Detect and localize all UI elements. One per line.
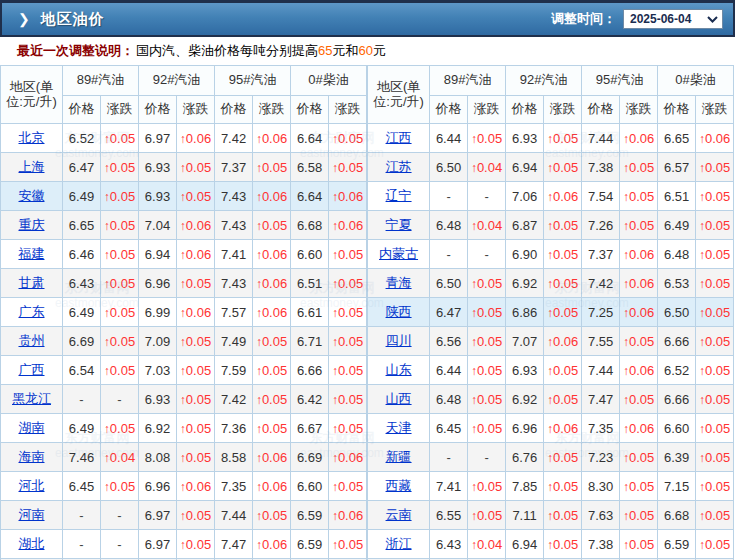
region-link[interactable]: 河北 xyxy=(19,478,45,493)
region-cell[interactable]: 新疆 xyxy=(368,443,430,472)
region-cell[interactable]: 广东 xyxy=(1,298,63,327)
region-link[interactable]: 重庆 xyxy=(19,217,45,232)
change-cell: ↑0.05 xyxy=(177,153,215,182)
change-cell: ↑0.05 xyxy=(468,472,506,501)
region-cell[interactable]: 湖南 xyxy=(1,414,63,443)
region-link[interactable]: 青海 xyxy=(386,275,412,290)
change-cell: ↑0.05 xyxy=(177,182,215,211)
region-link[interactable]: 广东 xyxy=(19,304,45,319)
region-link[interactable]: 山西 xyxy=(386,391,412,406)
region-cell[interactable]: 山东 xyxy=(368,356,430,385)
region-cell[interactable]: 重庆 xyxy=(1,211,63,240)
up-arrow-icon: ↑ xyxy=(699,364,705,378)
up-arrow-icon: ↑ xyxy=(699,538,705,552)
date-select[interactable]: 2025-06-04 xyxy=(623,9,723,29)
region-cell[interactable]: 江西 xyxy=(368,124,430,153)
up-arrow-icon: ↑ xyxy=(547,538,553,552)
region-cell[interactable]: 宁夏 xyxy=(368,211,430,240)
region-cell[interactable]: 云南 xyxy=(368,501,430,530)
region-cell[interactable]: 青海 xyxy=(368,269,430,298)
region-link[interactable]: 陕西 xyxy=(386,304,412,319)
region-cell[interactable]: 黑龙江 xyxy=(1,385,63,414)
region-cell[interactable]: 甘肃 xyxy=(1,269,63,298)
region-cell[interactable]: 四川 xyxy=(368,327,430,356)
change-cell: ↑0.05 xyxy=(468,327,506,356)
region-cell[interactable]: 广西 xyxy=(1,356,63,385)
up-arrow-icon: ↑ xyxy=(256,306,262,320)
change-cell: ↑0.05 xyxy=(101,472,139,501)
price-cell: 6.47 xyxy=(63,153,101,182)
region-cell[interactable]: 西藏 xyxy=(368,472,430,501)
price-cell: 6.51 xyxy=(658,182,696,211)
region-link[interactable]: 宁夏 xyxy=(386,217,412,232)
region-cell[interactable]: 内蒙古 xyxy=(368,240,430,269)
change-cell: ↑0.05 xyxy=(101,356,139,385)
region-cell[interactable]: 辽宁 xyxy=(368,182,430,211)
price-cell: 6.69 xyxy=(63,327,101,356)
region-cell[interactable]: 福建 xyxy=(1,240,63,269)
region-link[interactable]: 四川 xyxy=(386,333,412,348)
up-arrow-icon: ↑ xyxy=(256,219,262,233)
region-cell[interactable]: 安徽 xyxy=(1,182,63,211)
region-link[interactable]: 河南 xyxy=(19,507,45,522)
price-cell: 6.45 xyxy=(430,414,468,443)
region-link[interactable]: 湖北 xyxy=(19,536,45,551)
up-arrow-icon: ↑ xyxy=(623,335,629,349)
region-link[interactable]: 海南 xyxy=(19,449,45,464)
region-link[interactable]: 上海 xyxy=(19,159,45,174)
change-cell: ↑0.06 xyxy=(620,124,658,153)
up-arrow-icon: ↑ xyxy=(180,248,186,262)
region-link[interactable]: 贵州 xyxy=(19,333,45,348)
region-link[interactable]: 山东 xyxy=(386,362,412,377)
region-cell[interactable]: 北京 xyxy=(1,124,63,153)
region-cell[interactable]: 天津 xyxy=(368,414,430,443)
region-cell[interactable]: 贵州 xyxy=(1,327,63,356)
region-link[interactable]: 天津 xyxy=(386,420,412,435)
change-cell: ↑0.05 xyxy=(696,269,734,298)
change-cell: ↑0.06 xyxy=(253,182,291,211)
region-link[interactable]: 江苏 xyxy=(386,159,412,174)
region-cell[interactable]: 浙江 xyxy=(368,530,430,559)
change-cell: ↑0.05 xyxy=(544,240,582,269)
region-link[interactable]: 广西 xyxy=(19,362,45,377)
diesel-increase-amount: 60 xyxy=(358,43,372,58)
change-cell: ↑0.05 xyxy=(329,530,367,559)
change-cell: ↑0.06 xyxy=(620,269,658,298)
region-link[interactable]: 安徽 xyxy=(19,188,45,203)
region-cell[interactable]: 山西 xyxy=(368,385,430,414)
region-link[interactable]: 江西 xyxy=(386,130,412,145)
region-cell[interactable]: 河南 xyxy=(1,501,63,530)
region-cell[interactable]: 湖北 xyxy=(1,530,63,559)
region-link[interactable]: 甘肃 xyxy=(19,275,45,290)
up-arrow-icon: ↑ xyxy=(256,538,262,552)
up-arrow-icon: ↑ xyxy=(699,509,705,523)
region-cell[interactable]: 上海 xyxy=(1,153,63,182)
price-cell: 6.92 xyxy=(506,269,544,298)
region-link[interactable]: 浙江 xyxy=(386,536,412,551)
region-link[interactable]: 新疆 xyxy=(386,449,412,464)
up-arrow-icon: ↑ xyxy=(471,306,477,320)
region-link[interactable]: 内蒙古 xyxy=(379,246,418,261)
region-link[interactable]: 黑龙江 xyxy=(12,391,51,406)
price-cell: 7.41 xyxy=(430,472,468,501)
price-cell: 6.67 xyxy=(291,414,329,443)
region-link[interactable]: 北京 xyxy=(19,130,45,145)
price-cell: 8.08 xyxy=(139,443,177,472)
region-link[interactable]: 西藏 xyxy=(386,478,412,493)
up-arrow-icon: ↑ xyxy=(104,219,110,233)
region-cell[interactable]: 江苏 xyxy=(368,153,430,182)
region-link[interactable]: 云南 xyxy=(386,507,412,522)
change-cell: ↑0.05 xyxy=(696,298,734,327)
change-cell: ↑0.06 xyxy=(177,472,215,501)
region-link[interactable]: 福建 xyxy=(19,246,45,261)
region-cell[interactable]: 陕西 xyxy=(368,298,430,327)
price-cell: 7.47 xyxy=(582,385,620,414)
table-row: 河南--6.97↑0.057.44↑0.056.59↑0.06 xyxy=(1,501,367,530)
region-link[interactable]: 辽宁 xyxy=(386,188,412,203)
up-arrow-icon: ↑ xyxy=(547,161,553,175)
region-link[interactable]: 湖南 xyxy=(19,420,45,435)
region-cell[interactable]: 海南 xyxy=(1,443,63,472)
change-cell: ↑0.05 xyxy=(620,472,658,501)
change-cell: ↑0.05 xyxy=(329,327,367,356)
region-cell[interactable]: 河北 xyxy=(1,472,63,501)
